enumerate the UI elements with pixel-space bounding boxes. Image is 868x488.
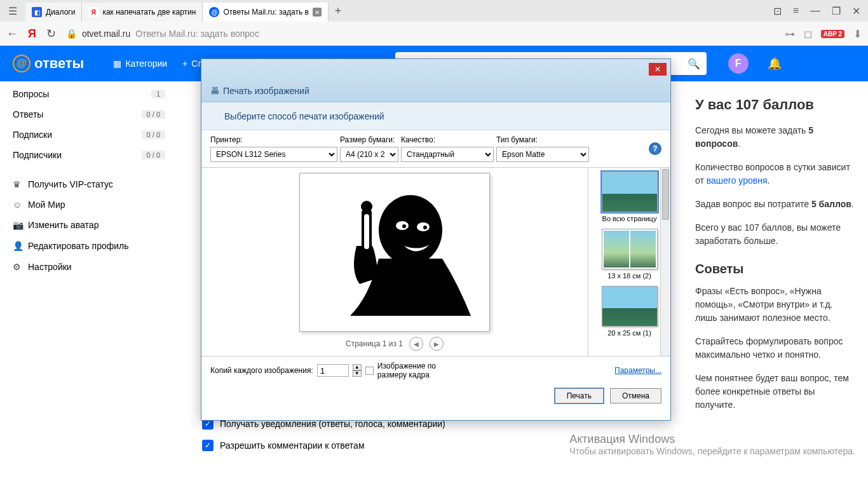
copies-spinner[interactable]: ▲▼ (353, 364, 362, 377)
preview-image (306, 179, 484, 325)
printer-label: Принтер: (210, 135, 337, 144)
svg-point-4 (417, 222, 430, 231)
favicon-icon: @ (209, 7, 219, 17)
papertype-label: Тип бумаги: (496, 135, 589, 144)
close-window-icon[interactable]: ✕ (852, 5, 860, 17)
tab-yandex[interactable]: Я как напечатать две картин (82, 3, 203, 22)
at-icon: @ (13, 55, 31, 72)
new-tab-button[interactable]: + (329, 4, 348, 18)
right-panel: У вас 107 баллов Сегодня вы можете задат… (684, 81, 868, 488)
reload-icon[interactable]: ↻ (46, 27, 56, 41)
yandex-icon[interactable]: Я (28, 27, 36, 41)
tab-mailru[interactable]: @ Ответы Mail.ru: задать в ✕ (203, 3, 329, 22)
preview-artwork-icon (312, 182, 477, 322)
printer-icon: 🖶 (210, 86, 219, 96)
key-icon[interactable]: ⊶ (785, 28, 795, 40)
layout-options: Во всю страницу 13 x 18 см (2) 20 x 25 с… (588, 168, 670, 356)
badge: 1 (151, 90, 165, 98)
copies-row: Копий каждого изображения: ▲▼ Изображени… (201, 356, 670, 384)
dialog-buttons: Печать Отмена (201, 384, 670, 410)
lock-icon: 🔒 (66, 29, 77, 39)
url-domain: otvet.mail.ru (82, 29, 130, 39)
search-icon: 🔍 (688, 58, 700, 70)
layout-20x25[interactable]: 20 x 25 см (1) (591, 286, 668, 337)
svg-point-0 (379, 195, 442, 265)
next-page-button[interactable]: ▶ (430, 337, 444, 351)
check-comments[interactable]: ✓ Разрешить комментарии к ответам (202, 440, 445, 451)
tab-title: Диалоги (46, 8, 75, 17)
tab-dialogs[interactable]: ◧ Диалоги (25, 3, 82, 22)
menu-icon[interactable]: ≡ (793, 5, 799, 17)
level-link[interactable]: вашего уровня (707, 175, 768, 186)
print-dialog: ✕ 🖶 Печать изображений Выберите способ п… (201, 58, 671, 421)
address-bar: ← Я ↻ 🔒 otvet.mail.ru Ответы Mail.ru: за… (0, 22, 868, 46)
moimir-icon: ☺ (13, 200, 28, 210)
dialog-subtitle: Выберите способ печати изображений (201, 102, 670, 130)
sidebar-edit-profile[interactable]: 👤Редактировать профиль (13, 235, 165, 257)
gear-icon: ⚙ (13, 262, 28, 272)
url-input[interactable]: 🔒 otvet.mail.ru Ответы Mail.ru: задать в… (66, 29, 775, 39)
tab-title: как напечатать две картин (102, 8, 196, 17)
paper-select[interactable]: A4 (210 x 297) (340, 147, 398, 162)
print-button[interactable]: Печать (555, 388, 604, 403)
dialog-titlebar: ✕ 🖶 Печать изображений (201, 59, 670, 102)
bell-icon[interactable]: 🔔 (768, 57, 782, 71)
sidebar-moimir[interactable]: ☺Мой Мир (13, 194, 165, 215)
tab-title: Ответы Mail.ru: задать в (223, 8, 309, 17)
prev-page-button[interactable]: ◀ (409, 337, 423, 351)
sidebar-subscriptions[interactable]: Подписки0 / 0 (13, 125, 165, 145)
sidebar: Вопросы1 Ответы0 / 0 Подписки0 / 0 Подпи… (0, 81, 178, 488)
tab-strip: ☰ ◧ Диалоги Я как напечатать две картин … (0, 0, 868, 22)
papertype-select[interactable]: Epson Matte (496, 147, 589, 162)
bookmark-icon[interactable]: ◻ (804, 28, 812, 40)
svg-point-7 (423, 226, 427, 229)
layout-scrollbar[interactable] (660, 168, 670, 356)
favicon-icon: ◧ (32, 7, 42, 17)
cancel-button[interactable]: Отмена (610, 388, 661, 403)
svg-point-6 (402, 224, 406, 228)
sidebar-questions[interactable]: Вопросы1 (13, 84, 165, 104)
printer-settings-row: Принтер: EPSON L312 Series Размер бумаги… (201, 130, 670, 162)
points-heading: У вас 107 баллов (695, 94, 857, 115)
help-icon[interactable]: ? (649, 142, 661, 155)
options-checks: ✓ Получать уведомления (ответы, голоса, … (202, 418, 445, 461)
nav-categories[interactable]: ▦ Категории (113, 58, 167, 69)
sidebar-vip[interactable]: ♛Получить VIP-статус (13, 174, 165, 194)
download-icon[interactable]: ⬇ (853, 28, 862, 40)
preview-page (299, 173, 490, 332)
sidebar-settings[interactable]: ⚙Настройки (13, 257, 165, 277)
reader-icon[interactable]: ⊡ (773, 5, 782, 17)
layout-full-page[interactable]: Во всю страницу (591, 172, 668, 222)
minimize-icon[interactable]: — (810, 5, 820, 17)
printer-select[interactable]: EPSON L312 Series (210, 147, 337, 162)
url-title: Ответы Mail.ru: задать вопрос (135, 29, 259, 39)
copies-input[interactable] (317, 364, 349, 377)
site-logo[interactable]: @ ответы (13, 55, 84, 72)
layout-13x18[interactable]: 13 x 18 см (2) (591, 229, 668, 280)
sidebar-toggle-icon[interactable]: ☰ (0, 5, 25, 17)
dialog-title: 🖶 Печать изображений (210, 86, 309, 96)
back-icon[interactable]: ← (6, 27, 18, 41)
parameters-link[interactable]: Параметры... (614, 366, 661, 375)
avatar[interactable]: F (728, 53, 749, 74)
camera-icon: 📷 (13, 220, 28, 230)
adblock-icon[interactable]: ABP 2 (821, 30, 844, 38)
badge: 0 / 0 (142, 151, 165, 159)
maximize-icon[interactable]: ❐ (832, 5, 841, 17)
close-icon[interactable]: ✕ (313, 8, 322, 17)
person-icon: 👤 (13, 241, 28, 251)
sidebar-answers[interactable]: Ответы0 / 0 (13, 104, 165, 125)
window-controls: ⊡ ≡ — ❐ ✕ (773, 5, 868, 17)
sidebar-subscribers[interactable]: Подписчики0 / 0 (13, 145, 165, 165)
quality-select[interactable]: Стандартный (401, 147, 494, 162)
fit-checkbox[interactable] (365, 367, 374, 375)
preview-area: Страница 1 из 1 ◀ ▶ Во всю страницу 13 x… (201, 167, 670, 356)
browser-chrome: ☰ ◧ Диалоги Я как напечатать две картин … (0, 0, 868, 46)
svg-point-3 (396, 221, 409, 230)
paper-label: Размер бумаги: (340, 135, 398, 144)
copies-label: Копий каждого изображения: (210, 366, 313, 375)
badge: 0 / 0 (142, 130, 165, 139)
sidebar-avatar[interactable]: 📷Изменить аватар (13, 215, 165, 235)
badge: 0 / 0 (142, 110, 165, 119)
dialog-close-button[interactable]: ✕ (649, 63, 667, 76)
